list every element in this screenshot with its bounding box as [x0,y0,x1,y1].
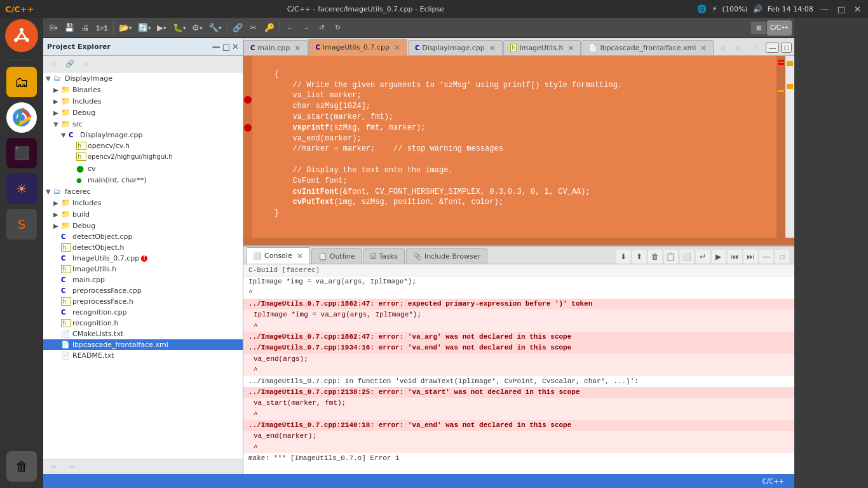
bottom-tab-outline[interactable]: 📋 Outline [311,248,362,264]
toolbar-profile-btn[interactable]: ⚙▾ [189,20,205,36]
tab-close-displayimage[interactable]: ✕ [489,44,496,53]
pe-collapse-btn[interactable]: ⊟ [46,57,61,72]
tab-close-imageutils-h[interactable]: ✕ [567,44,574,53]
tree-item-readme[interactable]: 📄 README.txt [43,350,243,361]
console-copy[interactable]: 📋 [664,250,678,264]
ubuntu-logo[interactable] [5,19,38,52]
tree-item-preprocessface-cpp[interactable]: C preprocessFace.cpp [43,285,243,296]
console-content[interactable]: C-Build [facerec] IplImage *img = va_arg… [243,264,794,474]
taskbar-chrome[interactable] [6,102,37,133]
tree-item-recognition-h[interactable]: h recognition.h [43,318,243,329]
tree-item-main-cpp[interactable]: C main.cpp [43,274,243,285]
toolbar-num-btn[interactable]: 1=1 [93,20,111,36]
taskbar-eclipse[interactable]: ☀ [6,173,37,204]
tree-item-imageutils-h[interactable]: h ImageUtils.h [43,264,243,274]
window-minimize[interactable]: — [818,4,831,14]
editor-maximize-btn[interactable]: □ [781,43,792,53]
tree-arrow-debug-fc[interactable]: ▶ [53,222,61,229]
toolbar-debug-btn[interactable]: 🐛▾ [170,20,189,36]
console-clear[interactable]: 🗑 [648,250,662,264]
pe-link-editor-btn[interactable]: 🔗 [62,57,78,72]
toolbar-back-btn[interactable]: ← [283,20,298,36]
tree-item-lbpcascade[interactable]: 📄 lbpcascade_frontalface.xml [43,339,243,350]
console-show-new[interactable]: ⏭ [743,250,757,264]
tree-item-recognition-cpp[interactable]: C recognition.cpp [43,307,243,318]
tree-item-includes-fc[interactable]: ▶ 📁 Includes [43,197,243,208]
bottom-tab-console[interactable]: ⬜ Console ✕ [246,247,310,264]
console-tab-close[interactable]: ✕ [297,252,303,261]
toolbar-refresh-btn[interactable]: 🔄▾ [135,20,154,36]
tree-arrow-facerec[interactable]: ▼ [46,188,53,195]
tree-item-cv-lib[interactable]: ● cv [43,162,243,175]
tree-arrow-src[interactable]: ▼ [53,121,61,128]
console-scroll-up[interactable]: ⬆ [632,250,646,264]
editor-tab-displayimage[interactable]: C DisplayImage.cpp ✕ [408,40,503,55]
editor-tab-lbpcascade[interactable]: 📄 lbpcascade_frontalface.xml ✕ [581,40,714,55]
code-editor[interactable]: { // Write the given arguments to 'szMsg… [243,56,794,245]
tree-item-highgui-h[interactable]: h opencv2/highgui/highgui.h [43,151,243,162]
toolbar-run-btn[interactable]: ▶▾ [154,20,170,36]
tree-item-cmakelists[interactable]: 📄 CMakeLists.txt [43,329,243,339]
tree-arrow-binaries[interactable]: ▶ [53,86,61,93]
tree-item-preprocessface-h[interactable]: h preprocessFace.h [43,296,243,307]
perspective-btn[interactable]: ⊞ [751,22,766,34]
pe-fwd-btn[interactable]: ➡ [64,459,79,475]
tree-item-detectobject-h[interactable]: h detectObject.h [43,242,243,253]
cpp-perspective-btn[interactable]: C/C++ [767,20,792,36]
toolbar-key-btn[interactable]: 🔑 [262,20,277,36]
toolbar-fwd-btn[interactable]: → [299,20,314,36]
code-content[interactable]: { // Write the given arguments to 'szMsg… [252,56,776,238]
console-open-console[interactable]: ▶ [712,250,726,264]
pe-menu-btn[interactable]: ▾ [79,57,94,72]
tree-item-facerec[interactable]: ▼ 🗂 facerec [43,186,243,197]
tab-close-imageutils[interactable]: ✕ [394,43,400,52]
tree-arrow-displayimage[interactable]: ▼ [46,75,53,82]
taskbar-files[interactable]: 🗂 [6,67,37,97]
console-select-all[interactable]: ⬜ [680,250,694,264]
pe-back-btn[interactable]: ⬅ [46,459,61,475]
taskbar-sublime[interactable]: S [6,209,37,240]
window-close[interactable]: ✕ [852,4,863,14]
tab-list-btn[interactable]: ▾ [749,40,764,55]
toolbar-new-btn[interactable]: ⎘▾ [46,20,61,36]
editor-tab-imageutils-h[interactable]: h ImageUtils.h ✕ [503,40,581,55]
pe-minimize-btn[interactable]: — [212,42,220,51]
tree-arrow-includes-fc[interactable]: ▶ [53,200,61,207]
tree-arrow-includes-di[interactable]: ▶ [53,98,61,105]
window-maximize[interactable]: □ [836,4,847,14]
console-word-wrap[interactable]: ↵ [696,250,710,264]
horizontal-scrollbar[interactable] [243,238,794,245]
toolbar-link-btn[interactable]: 🔗 [230,20,245,36]
editor-tab-main-cpp[interactable]: C main.cpp ✕ [243,40,308,55]
tab-close-lbpcascade[interactable]: ✕ [700,44,707,53]
editor-tab-imageutils-cpp[interactable]: C ImageUtils_0.7.cpp ✕ [308,39,407,55]
tab-scroll-left[interactable]: ◀ [714,40,729,55]
bp-maximize[interactable]: □ [775,250,789,264]
tree-item-displayimage[interactable]: ▼ 🗂 DisplayImage [43,72,243,84]
tree-item-debug-di[interactable]: ▶ 📁 Debug [43,107,243,118]
bottom-tab-include-browser[interactable]: 📎 Include Browser [406,248,487,264]
toolbar-ext-tools-btn[interactable]: 🔧▾ [206,20,224,36]
taskbar-trash[interactable]: 🗑 [6,451,37,482]
bottom-tab-tasks[interactable]: ☑ Tasks [363,248,405,264]
console-show-old[interactable]: ⏮ [728,250,742,264]
toolbar-undo-btn[interactable]: ↺ [315,20,330,36]
tree-item-includes-di[interactable]: ▶ 📁 Includes [43,95,243,107]
editor-scrollbar[interactable] [776,56,785,238]
console-scroll-down[interactable]: ⬇ [616,250,630,264]
pe-maximize-btn[interactable]: □ [222,42,230,51]
toolbar-save-btn[interactable]: 💾 [62,20,77,36]
tree-item-build[interactable]: ▶ 📁 build [43,208,243,220]
tree-arrow-displayimage-cpp[interactable]: ▼ [61,132,69,139]
toolbar-redo-btn[interactable]: ↻ [330,20,346,36]
error-mark-1[interactable] [244,96,252,104]
tree-item-src[interactable]: ▼ 📁 src [43,118,243,130]
tree-item-displayimage-cpp[interactable]: ▼ C DisplayImage.cpp [43,130,243,140]
toolbar-open-btn[interactable]: 📂▾ [116,20,135,36]
pe-close-btn[interactable]: ✕ [232,42,239,51]
tab-close-main[interactable]: ✕ [294,44,301,53]
tab-scroll-right[interactable]: ▶ [731,40,747,55]
tree-item-binaries[interactable]: ▶ 📁 Binaries [43,84,243,95]
editor-minimize-btn[interactable]: — [766,43,779,53]
taskbar-terminal[interactable]: ⬛ [6,138,37,168]
